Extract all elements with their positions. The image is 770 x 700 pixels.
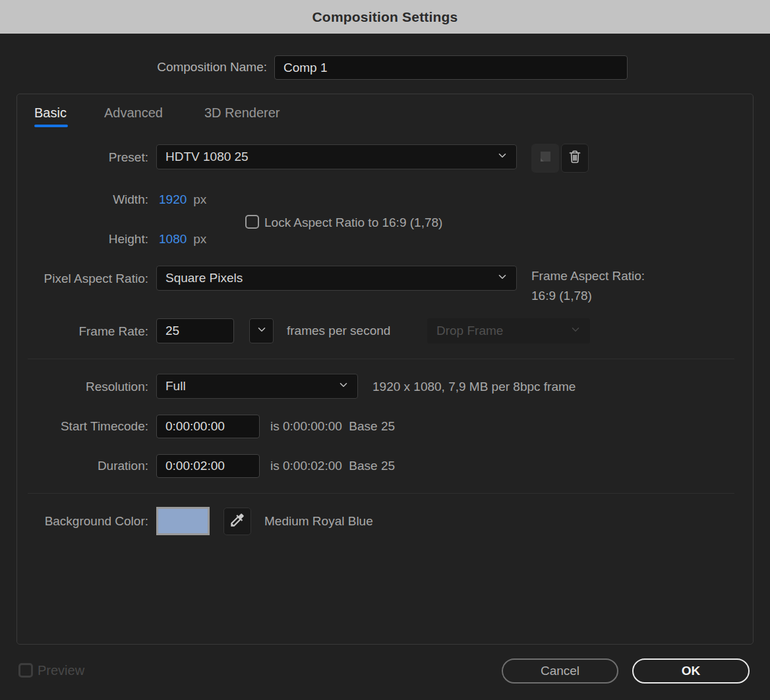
frame-aspect-ratio-value: 16:9 (1,78) <box>531 289 592 303</box>
preview-checkbox <box>18 663 33 678</box>
pixel-aspect-ratio-label: Pixel Aspect Ratio: <box>0 272 148 286</box>
chevron-down-icon <box>497 150 508 164</box>
tab-basic[interactable]: Basic <box>34 105 67 121</box>
frame-rate-input[interactable] <box>156 318 234 343</box>
chevron-down-icon <box>497 271 508 285</box>
tab-advanced[interactable]: Advanced <box>104 105 163 121</box>
background-color-name: Medium Royal Blue <box>264 514 373 529</box>
start-timecode-info: is 0:00:00:00 Base 25 <box>270 419 395 434</box>
tab-3d-renderer[interactable]: 3D Renderer <box>204 105 280 121</box>
active-tab-underline <box>34 125 68 127</box>
preset-value: HDTV 1080 25 <box>165 150 249 164</box>
frames-per-second-label: frames per second <box>287 324 390 338</box>
drop-frame-value: Drop Frame <box>436 324 503 338</box>
resolution-dropdown[interactable]: Full <box>156 374 358 399</box>
settings-panel <box>16 94 754 645</box>
section-divider <box>28 359 734 359</box>
ok-button[interactable]: OK <box>632 658 750 684</box>
width-value[interactable]: 1920 <box>159 192 187 207</box>
composition-name-label: Composition Name: <box>0 60 267 74</box>
chevron-down-icon <box>570 324 581 338</box>
resolution-label: Resolution: <box>0 380 148 394</box>
preset-label: Preset: <box>0 150 148 165</box>
save-preset-icon <box>537 149 553 167</box>
delete-preset-button[interactable] <box>561 144 589 173</box>
preview-label: Preview <box>38 663 84 678</box>
drop-frame-dropdown: Drop Frame <box>427 318 590 343</box>
resolution-info: 1920 x 1080, 7,9 MB per 8bpc frame <box>372 380 576 394</box>
frame-rate-dropdown-button[interactable] <box>249 318 274 343</box>
height-unit: px <box>193 232 206 247</box>
trash-icon <box>567 149 583 167</box>
frame-rate-label: Frame Rate: <box>0 324 148 339</box>
background-color-label: Background Color: <box>0 514 148 529</box>
eyedropper-button[interactable] <box>223 508 251 535</box>
composition-name-input[interactable] <box>274 55 628 80</box>
chevron-down-icon <box>256 324 267 338</box>
start-timecode-input[interactable] <box>156 415 260 438</box>
composition-settings-dialog: Composition Settings Composition Name: B… <box>0 0 770 700</box>
cancel-button[interactable]: Cancel <box>502 658 618 684</box>
height-label: Height: <box>0 232 148 247</box>
duration-label: Duration: <box>0 459 148 473</box>
start-timecode-label: Start Timecode: <box>0 419 148 434</box>
eyedropper-icon <box>229 511 246 531</box>
frame-aspect-ratio-label: Frame Aspect Ratio: <box>531 269 645 283</box>
dialog-titlebar: Composition Settings <box>0 0 770 34</box>
height-value[interactable]: 1080 <box>159 232 187 247</box>
duration-input[interactable] <box>156 454 260 478</box>
chevron-down-icon <box>338 379 349 394</box>
save-preset-button[interactable] <box>531 144 559 173</box>
preset-dropdown[interactable]: HDTV 1080 25 <box>156 144 517 169</box>
lock-aspect-checkbox[interactable] <box>245 215 259 229</box>
resolution-value: Full <box>165 379 186 394</box>
dialog-title: Composition Settings <box>312 9 458 25</box>
duration-info: is 0:00:02:00 Base 25 <box>270 459 395 473</box>
width-unit: px <box>193 192 206 207</box>
lock-aspect-label: Lock Aspect Ratio to 16:9 (1,78) <box>264 216 442 230</box>
background-color-swatch[interactable] <box>156 507 210 535</box>
width-label: Width: <box>0 192 148 207</box>
pixel-aspect-ratio-value: Square Pixels <box>165 271 243 285</box>
pixel-aspect-ratio-dropdown[interactable]: Square Pixels <box>156 266 517 291</box>
section-divider <box>28 493 734 494</box>
